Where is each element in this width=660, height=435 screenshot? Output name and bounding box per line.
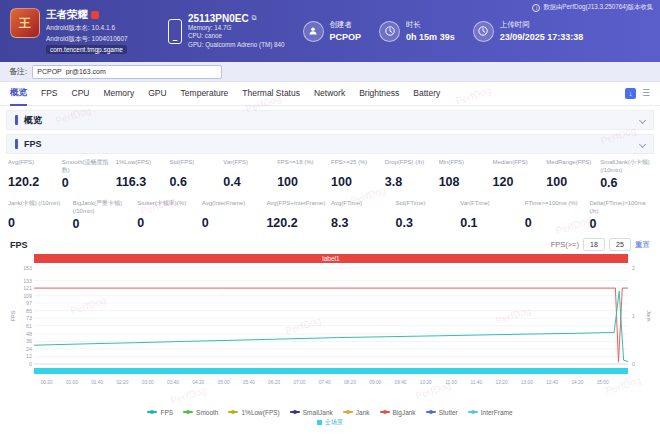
device-model: 25113PN0EC (188, 13, 249, 24)
stat-cell: MedRange(FPS)100 (546, 159, 598, 193)
chevron-down-icon[interactable] (639, 116, 646, 123)
svg-text:02:20: 02:20 (116, 380, 128, 385)
fps-section-title: FPS (24, 139, 42, 149)
android-version-name: Android版本名: 10.4.1.6 (46, 23, 128, 32)
fps-stats-row-1: Avg(FPS)120.2Smooth(流畅度指数)01%Low(FPS)116… (0, 154, 660, 195)
scene-legend[interactable]: 全场景 (0, 418, 660, 427)
stat-cell: 1%Low(FPS)116.3 (116, 159, 168, 193)
tab-FPS[interactable]: FPS (41, 82, 58, 105)
game-title: 王者荣耀 (46, 8, 88, 22)
device-gpu: GPU: Qualcomm Adreno (TM) 840 (188, 41, 285, 50)
svg-text:05:00: 05:00 (218, 380, 230, 385)
svg-text:03:00: 03:00 (142, 380, 154, 385)
overview-section-title: 概览 (24, 114, 42, 127)
tab-概览[interactable]: 概览 (10, 81, 27, 106)
fps-chart[interactable]: label101224364861738597109121133153012FP… (8, 252, 652, 406)
tab-CPU[interactable]: CPU (72, 82, 90, 105)
svg-text:12: 12 (26, 353, 32, 359)
creator-label: 创建者 (330, 20, 362, 30)
tab-Battery[interactable]: Battery (413, 82, 440, 105)
svg-text:15:00: 15:00 (597, 380, 609, 385)
clock-icon (379, 21, 400, 42)
fps-threshold-min-input[interactable] (583, 238, 605, 251)
duration-label: 时长 (406, 20, 455, 30)
section-accent (15, 139, 18, 149)
copy-icon[interactable]: ⧉ (252, 14, 257, 22)
phone-icon (168, 19, 182, 44)
version-note: i 数据由PerfDog(J13.3.250764)版本收集 (532, 3, 653, 12)
svg-text:13:00: 13:00 (521, 380, 533, 385)
section-overview: 概览 (6, 110, 654, 130)
svg-text:FPS: FPS (10, 310, 16, 321)
legend-InterFrame[interactable]: InterFrame (468, 409, 513, 416)
upload-time-label: 上传时间 (500, 20, 584, 30)
stat-cell: Jank(卡顿) (/10min)0 (8, 200, 71, 234)
chart-legend: FPSSmooth1%Low(FPS)SmallJankJankBigJankS… (0, 406, 660, 418)
svg-text:61: 61 (26, 323, 32, 329)
stat-cell: Std(FPS)0.6 (169, 159, 221, 193)
stat-cell: Var(FPS)0.4 (223, 159, 275, 193)
tab-list: 概览FPSCPUMemoryGPUTemperatureThermal Stat… (10, 81, 440, 106)
legend-Stutter[interactable]: Stutter (426, 409, 458, 416)
svg-text:03:40: 03:40 (167, 380, 179, 385)
reset-button[interactable]: 重置 (635, 240, 650, 250)
tab-Temperature[interactable]: Temperature (181, 82, 229, 105)
stat-cell: SmallJank(小卡顿) (/10min)0.6 (600, 159, 652, 193)
svg-text:109: 109 (23, 293, 32, 299)
svg-text:2: 2 (632, 265, 635, 271)
stat-cell: Stutter(卡顿率)(%)0 (137, 200, 200, 234)
legend-Smooth[interactable]: Smooth (183, 409, 218, 416)
fps-threshold-max-input[interactable] (609, 238, 631, 251)
upload-time-block: 上传时间 23/09/2025 17:33:38 (473, 20, 584, 42)
android-version-code: Android版本号: 1004010607 (46, 34, 128, 43)
svg-text:73: 73 (26, 315, 32, 321)
scene-legend-label: 全场景 (325, 418, 343, 427)
legend-1%Low(FPS)[interactable]: 1%Low(FPS) (228, 409, 279, 416)
tab-Thermal Status[interactable]: Thermal Status (242, 82, 300, 105)
stat-cell: Drop(FPS) (/h)3.8 (385, 159, 437, 193)
svg-text:24: 24 (26, 346, 32, 352)
tab-Brightness[interactable]: Brightness (359, 82, 399, 105)
stat-cell: Avg(FPS)120.2 (8, 159, 60, 193)
legend-SmallJank[interactable]: SmallJank (290, 409, 333, 416)
export-icon[interactable]: ↓ (625, 88, 636, 99)
package-name: com.tencent.tmgp.sgame (46, 45, 127, 54)
tab-GPU[interactable]: GPU (148, 82, 166, 105)
app-info-block: 王 王者荣耀 Android版本名: 10.4.1.6 Android版本号: … (10, 8, 168, 53)
report-header: 王 王者荣耀 Android版本名: 10.4.1.6 Android版本号: … (0, 0, 660, 62)
stat-cell: BigJank(严重卡顿) (/10min)0 (73, 200, 136, 234)
device-cpu: CPU: canoe (188, 32, 285, 41)
remark-input[interactable] (32, 65, 222, 79)
svg-text:48: 48 (26, 331, 32, 337)
stat-cell: Avg(FPS+InterFrame)120.2 (266, 200, 329, 234)
stat-cell: Std(FTime)0.3 (396, 200, 459, 234)
svg-text:153: 153 (23, 265, 32, 271)
stat-cell: FTime>=100ms (%)0 (525, 200, 588, 234)
svg-text:0: 0 (29, 361, 32, 367)
svg-text:01:00: 01:00 (66, 380, 78, 385)
fps-filter-label: FPS(>=) (551, 240, 579, 249)
svg-text:11:00: 11:00 (445, 380, 457, 385)
svg-text:36: 36 (26, 338, 32, 344)
chevron-down-icon[interactable] (639, 140, 646, 147)
section-fps: FPS (6, 134, 654, 154)
svg-text:97: 97 (26, 300, 32, 306)
tab-Network[interactable]: Network (314, 82, 345, 105)
remark-label: 备注: (9, 66, 27, 77)
stat-cell: Var(FTime)0.1 (460, 200, 523, 234)
svg-text:133: 133 (23, 278, 32, 284)
fps-chart-controls: FPS FPS(>=) 重置 (0, 236, 660, 252)
fps-stats-row-2: Jank(卡顿) (/10min)0BigJank(严重卡顿) (/10min)… (0, 195, 660, 236)
legend-FPS[interactable]: FPS (147, 409, 173, 416)
svg-text:0: 0 (632, 361, 635, 367)
fps-chart-canvas[interactable]: label101224364861738597109121133153012FP… (8, 252, 652, 404)
svg-text:09:40: 09:40 (395, 380, 407, 385)
legend-BigJank[interactable]: BigJank (380, 409, 416, 416)
section-accent (15, 115, 18, 125)
svg-text:1: 1 (632, 313, 635, 319)
tab-Memory[interactable]: Memory (103, 82, 134, 105)
user-icon (303, 21, 324, 42)
legend-Jank[interactable]: Jank (343, 409, 370, 416)
menu-icon[interactable]: ☰ (642, 89, 650, 98)
remark-bar: 备注: (0, 62, 660, 82)
